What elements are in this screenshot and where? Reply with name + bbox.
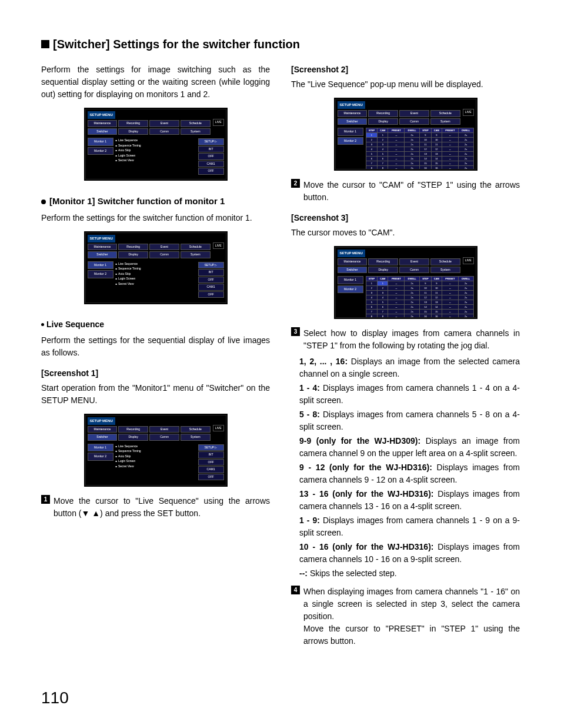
tab: Switcher bbox=[88, 434, 118, 441]
liveseq-text: Perform the settings for the sequential … bbox=[41, 334, 270, 359]
opt: Live Sequence bbox=[116, 444, 196, 449]
opt: Login Screen bbox=[116, 154, 196, 158]
step-1-badge: 1 bbox=[41, 495, 50, 504]
tab-selected: Switcher bbox=[88, 128, 118, 135]
option-row: 1 - 9: Displays images from camera chann… bbox=[299, 514, 520, 539]
tab: Event bbox=[149, 120, 179, 127]
side-btn: Monitor 2 bbox=[338, 137, 363, 145]
val: SETUP ▷ bbox=[198, 444, 224, 451]
tab: Comm bbox=[149, 434, 179, 441]
step-1-text: Move the cursor to "Live Sequence" using… bbox=[54, 495, 270, 520]
tab: Comm bbox=[149, 128, 179, 135]
opt: Live Sequence bbox=[116, 138, 196, 143]
tab: Switcher bbox=[88, 251, 118, 258]
option-row: 9-9 (only for the WJ-HD309): Displays an… bbox=[299, 435, 520, 460]
setup-menu-title: SETUP MENU bbox=[88, 111, 115, 119]
tab: Recording bbox=[118, 244, 148, 251]
val: SETUP ▷ bbox=[198, 138, 224, 145]
tab: Display bbox=[368, 118, 398, 125]
tab: Schedule bbox=[430, 258, 460, 265]
opt: Sequence Timing bbox=[116, 267, 196, 271]
tab: Maintenance bbox=[88, 244, 118, 251]
left-column: Perform the settings for image switching… bbox=[41, 64, 270, 651]
val: INT bbox=[198, 451, 224, 458]
tab: Comm bbox=[399, 118, 429, 125]
option-lead: 5 - 8: bbox=[299, 410, 320, 419]
square-icon bbox=[41, 40, 49, 48]
tab: Maintenance bbox=[338, 110, 368, 117]
right-column: [Screenshot 2] The "Live Sequence" pop-u… bbox=[291, 64, 520, 651]
option-lead: 10 - 16 (only for the WJ-HD316): bbox=[299, 542, 433, 551]
val: CAM1 bbox=[198, 161, 224, 168]
ss1-text: Start operation from the "Monitor1" menu… bbox=[41, 382, 270, 407]
step-3-text: Select how to display images from camera… bbox=[303, 327, 520, 352]
val: OFF bbox=[198, 474, 224, 481]
opt: Secret View bbox=[116, 158, 196, 163]
option-text: Displays images from camera channels 1 -… bbox=[299, 516, 520, 537]
tab: Display bbox=[368, 267, 398, 274]
tab: Maintenance bbox=[88, 120, 118, 127]
intro-text: Perform the settings for image switching… bbox=[41, 64, 270, 101]
option-row: 1, 2, ... , 16: Displays an image from t… bbox=[299, 355, 520, 380]
setup-menu-title: SETUP MENU bbox=[88, 417, 115, 425]
val: OFF bbox=[198, 291, 224, 298]
tab: Recording bbox=[368, 258, 398, 265]
live-indicator: LIVE bbox=[213, 242, 224, 250]
opt: Live Sequence bbox=[116, 262, 196, 267]
live-indicator: LIVE bbox=[463, 109, 474, 116]
tab: Switcher bbox=[338, 118, 368, 125]
live-indicator: LIVE bbox=[213, 425, 224, 432]
tab: Schedule bbox=[181, 426, 211, 433]
tab: Maintenance bbox=[338, 258, 368, 265]
val: OFF bbox=[198, 277, 224, 284]
opt: Login Screen bbox=[116, 459, 196, 464]
option-lead: --: bbox=[299, 569, 308, 578]
opt: Secret View bbox=[116, 282, 196, 287]
tab: Display bbox=[118, 128, 148, 135]
option-row: 5 - 8: Displays images from camera chann… bbox=[299, 408, 520, 433]
step-4-text: When displaying images from camera chann… bbox=[303, 586, 520, 647]
screenshot-1: SETUP MENU Maintenance Recording Event S… bbox=[84, 414, 228, 487]
option-row: --: Skips the selected step. bbox=[299, 567, 520, 580]
tab: Event bbox=[149, 426, 179, 433]
setup-menu-title: SETUP MENU bbox=[338, 101, 365, 109]
step-2-text: Move the cursor to "CAM" of "STEP 1" usi… bbox=[303, 179, 520, 204]
option-lead: 1, 2, ... , 16: bbox=[299, 357, 348, 366]
side-btn: Monitor 1 bbox=[338, 276, 363, 284]
ss2-label: [Screenshot 2] bbox=[291, 64, 520, 76]
ss3-label: [Screenshot 3] bbox=[291, 212, 520, 224]
ss1-label: [Screenshot 1] bbox=[41, 367, 270, 380]
option-row: 9 - 12 (only for the WJ-HD316): Displays… bbox=[299, 461, 520, 486]
ss3-text: The cursor moves to "CAM". bbox=[291, 227, 520, 239]
live-indicator: LIVE bbox=[213, 119, 224, 126]
tab: Display bbox=[118, 434, 148, 441]
monitor1-heading: [Monitor 1] Switcher function of monitor… bbox=[41, 195, 270, 208]
val: OFF bbox=[198, 459, 224, 466]
side-btn: Monitor 1 bbox=[88, 261, 113, 270]
option-row: 1 - 4: Displays images from camera chann… bbox=[299, 382, 520, 407]
setup-menu-title: SETUP MENU bbox=[88, 235, 115, 242]
val: OFF bbox=[198, 168, 224, 175]
tab: Schedule bbox=[181, 244, 211, 251]
option-lead: 1 - 9: bbox=[299, 516, 320, 525]
ss2-text: The "Live Sequence" pop-up menu will be … bbox=[291, 78, 520, 91]
tab: Comm bbox=[399, 267, 429, 274]
val: OFF bbox=[198, 153, 224, 160]
tab: Recording bbox=[118, 426, 148, 433]
opt: Login Screen bbox=[116, 277, 196, 281]
setup-menu-title: SETUP MENU bbox=[338, 250, 365, 257]
screenshot-2: SETUP MENU Maintenance Recording Event S… bbox=[334, 98, 477, 171]
tab: Schedule bbox=[181, 120, 211, 127]
screenshot-3: SETUP MENU Maintenance Recording Event S… bbox=[334, 246, 477, 319]
tab: Switcher bbox=[338, 267, 368, 274]
step-4-text-a: When displaying images from camera chann… bbox=[303, 587, 520, 621]
tab: Maintenance bbox=[88, 426, 118, 433]
tab: System bbox=[430, 267, 460, 274]
side-btn: Monitor 2 bbox=[88, 270, 113, 278]
val: SETUP ▷ bbox=[198, 262, 224, 269]
tab: System bbox=[181, 128, 211, 135]
option-lead: 9-9 (only for the WJ-HD309): bbox=[299, 436, 420, 446]
monitor1-heading-text: [Monitor 1] Switcher function of monitor… bbox=[49, 196, 225, 206]
tab: Display bbox=[118, 251, 148, 258]
liveseq-heading: Live Sequence bbox=[41, 318, 270, 331]
